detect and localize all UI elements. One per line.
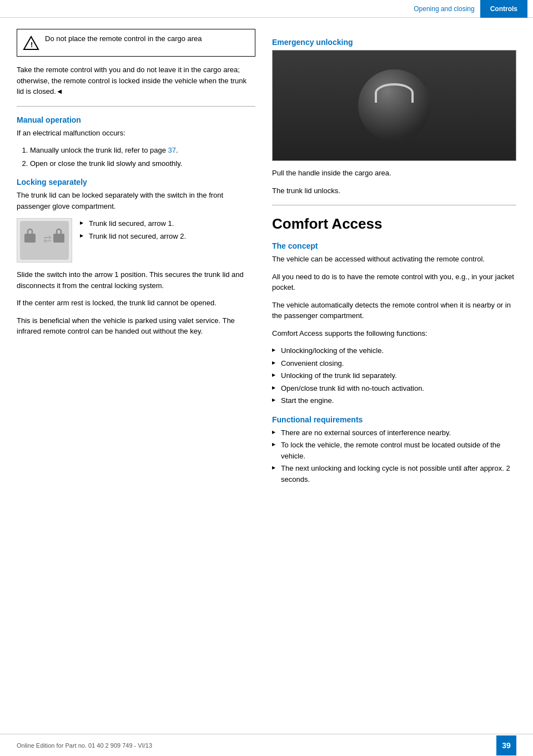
switch-bullets: Trunk lid secured, arrow 1. Trunk lid no…: [80, 218, 186, 243]
functional-req-heading: Functional requirements: [272, 415, 516, 424]
warning-box: ! Do not place the remote control in the…: [17, 29, 255, 57]
concept-para3: The vehicle automatically detects the re…: [272, 300, 516, 321]
manual-operation-intro: If an electrical malfunction occurs:: [17, 128, 255, 139]
step-1: Manually unlock the trunk lid, refer to …: [30, 145, 255, 156]
svg-text:2: 2: [57, 244, 60, 249]
left-column: ! Do not place the remote control in the…: [17, 29, 255, 491]
warning-para: Take the remote control with you and do …: [17, 64, 255, 97]
header-section-label: Opening and closing: [414, 5, 474, 13]
switch-svg: ⇄ 1 2: [22, 224, 67, 257]
step-2-text: Open or close the trunk lid slowly and s…: [30, 159, 182, 168]
divider-1: [17, 106, 255, 107]
svg-text:⇄: ⇄: [43, 234, 52, 245]
emergency-para2: The trunk lid unlocks.: [272, 185, 516, 196]
page-footer: Online Edition for Part no. 01 40 2 909 …: [0, 734, 533, 756]
emergency-para1: Pull the handle inside the cargo area.: [272, 168, 516, 179]
emergency-trunk-circle: [358, 69, 430, 142]
page-number: 39: [496, 735, 516, 755]
trunk-handle: [375, 83, 414, 103]
locking-para2: Slide the switch into the arrow 1 positi…: [17, 269, 255, 291]
emergency-image: [272, 50, 516, 161]
step-2: Open or close the trunk lid slowly and s…: [30, 158, 255, 169]
svg-text:1: 1: [28, 244, 31, 249]
svg-text:!: !: [31, 41, 33, 49]
switch-image-inner: ⇄ 1 2: [20, 221, 69, 260]
warning-icon: !: [23, 35, 39, 52]
concept-para1: The vehicle can be accessed without acti…: [272, 254, 516, 265]
func-bullet-3: The next unlocking and locking cycle is …: [272, 463, 516, 485]
right-column: Emergency unlocking Pull the handle insi…: [272, 29, 516, 491]
switch-image: ⇄ 1 2: [17, 218, 72, 263]
locking-para4: This is beneficial when the vehicle is p…: [17, 315, 255, 337]
footer-edition-text: Online Edition for Part no. 01 40 2 909 …: [17, 742, 152, 749]
step-1-text: Manually unlock the trunk lid, refer to …: [30, 146, 178, 154]
locking-para3: If the center arm rest is locked, the tr…: [17, 298, 255, 309]
switch-bullet-1: Trunk lid secured, arrow 1.: [80, 218, 186, 229]
locking-separately-heading: Locking separately: [17, 178, 255, 187]
emergency-unlocking-heading: Emergency unlocking: [272, 38, 516, 47]
concept-bullet-1: Unlocking/locking of the vehicle.: [272, 345, 516, 356]
concept-bullet-5: Start the engine.: [272, 395, 516, 406]
header-chapter-label: Controls: [480, 0, 527, 18]
locking-separately-para: The trunk lid can be locked separately w…: [17, 190, 255, 211]
comfort-access-heading: Comfort Access: [272, 215, 516, 233]
page-37-link[interactable]: 37: [168, 146, 176, 154]
manual-operation-heading: Manual operation: [17, 115, 255, 124]
manual-steps-list: Manually unlock the trunk lid, refer to …: [30, 145, 255, 169]
concept-bullet-2: Convenient closing.: [272, 358, 516, 369]
divider-2: [272, 205, 516, 205]
the-concept-heading: The concept: [272, 241, 516, 250]
page-header: Opening and closing Controls: [0, 0, 533, 18]
switch-bullet-2: Trunk lid not secured, arrow 2.: [80, 231, 186, 242]
concept-bullets: Unlocking/locking of the vehicle. Conven…: [272, 345, 516, 406]
switch-image-container: ⇄ 1 2 Trunk lid secured, arrow 1. Trunk …: [17, 218, 255, 263]
concept-para2: All you need to do is to have the remote…: [272, 271, 516, 293]
functional-req-bullets: There are no external sources of interfe…: [272, 427, 516, 485]
page-body: ! Do not place the remote control in the…: [0, 18, 533, 525]
concept-bullet-4: Open/close trunk lid with no-touch activ…: [272, 383, 516, 394]
warning-text: Do not place the remote control in the c…: [45, 34, 202, 44]
func-bullet-2: To lock the vehicle, the remote control …: [272, 440, 516, 461]
func-bullet-1: There are no external sources of interfe…: [272, 427, 516, 439]
concept-para4: Comfort Access supports the following fu…: [272, 328, 516, 339]
concept-bullet-3: Unlocking of the trunk lid separately.: [272, 370, 516, 381]
